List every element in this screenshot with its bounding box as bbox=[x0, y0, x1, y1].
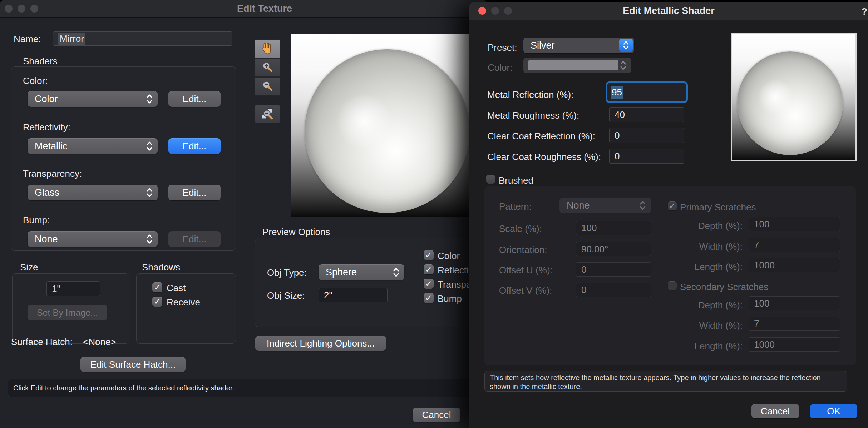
metal-reflection-input[interactable]: 95 bbox=[606, 81, 688, 103]
zoom-fit-tool-button[interactable] bbox=[255, 105, 280, 123]
brushed-label: Brushed bbox=[499, 175, 533, 186]
preview-color-checkbox[interactable] bbox=[424, 250, 434, 260]
hand-tool-button[interactable] bbox=[255, 39, 280, 58]
zoom-in-tool-button[interactable] bbox=[255, 58, 280, 77]
offset-v-label: Offset V (%): bbox=[499, 285, 552, 296]
titlebar[interactable]: Edit Texture bbox=[0, 0, 487, 18]
chevron-up-down-icon bbox=[391, 266, 401, 278]
secondary-width-label: Width (%): bbox=[660, 320, 743, 331]
edit-color-button[interactable]: Edit... bbox=[168, 91, 221, 107]
zoom-out-icon bbox=[261, 80, 274, 93]
cancel-button[interactable]: Cancel bbox=[751, 404, 799, 418]
receive-checkbox[interactable] bbox=[152, 297, 162, 307]
help-icon[interactable]: ? bbox=[862, 6, 867, 17]
preview-bump-checkbox[interactable] bbox=[424, 293, 434, 303]
offset-v-input[interactable]: 0 bbox=[576, 283, 651, 297]
metal-roughness-input[interactable]: 40 bbox=[609, 107, 684, 122]
stepper-pill bbox=[619, 39, 633, 52]
secondary-scratches-checkbox[interactable] bbox=[668, 281, 677, 290]
scale-label: Scale (%): bbox=[499, 223, 542, 234]
clear-coat-reflection-label: Clear Coat Reflection (%): bbox=[487, 131, 595, 142]
secondary-length-input[interactable]: 1000 bbox=[749, 337, 840, 352]
close-button[interactable] bbox=[478, 7, 486, 15]
secondary-width-input[interactable]: 7 bbox=[749, 317, 840, 331]
preview-transparency-checkbox[interactable] bbox=[424, 279, 434, 289]
edit-surface-hatch-button[interactable]: Edit Surface Hatch... bbox=[80, 357, 186, 372]
window-title: Edit Metallic Shader bbox=[469, 2, 868, 20]
obj-type-dropdown[interactable]: Sphere bbox=[319, 264, 404, 280]
name-label: Name: bbox=[14, 34, 41, 45]
preview-sphere bbox=[737, 51, 843, 155]
primary-length-input[interactable]: 1000 bbox=[749, 258, 840, 272]
ok-button[interactable]: OK bbox=[810, 404, 857, 418]
shader-preview bbox=[731, 33, 857, 161]
scale-input[interactable]: 100 bbox=[576, 221, 651, 235]
clear-coat-reflection-input[interactable]: 0 bbox=[609, 128, 684, 143]
preview-reflection-checkbox[interactable] bbox=[424, 264, 434, 274]
primary-width-input[interactable]: 7 bbox=[749, 238, 840, 252]
obj-type-value: Sphere bbox=[319, 267, 391, 278]
bump-shader-dropdown[interactable]: None bbox=[28, 231, 158, 247]
edit-reflectivity-button[interactable]: Edit... bbox=[168, 138, 221, 154]
color-shader-dropdown[interactable]: Color bbox=[28, 91, 158, 107]
metal-roughness-label: Metal Roughness (%): bbox=[487, 110, 579, 121]
size-input[interactable]: 1" bbox=[46, 281, 100, 296]
status-bar: Click Edit to change the parameters of t… bbox=[8, 379, 479, 397]
chevron-up-down-icon bbox=[638, 199, 647, 211]
orientation-label: Orientation: bbox=[499, 244, 547, 255]
set-by-image-button[interactable]: Set By Image... bbox=[28, 305, 107, 320]
shadows-groupbox bbox=[136, 273, 236, 344]
chevron-up-down-icon bbox=[145, 186, 154, 199]
pattern-value: None bbox=[559, 200, 638, 211]
reflectivity-shader-dropdown[interactable]: Metallic bbox=[28, 138, 158, 154]
color-label: Color: bbox=[488, 62, 512, 73]
preview-sphere bbox=[305, 49, 470, 213]
name-value: Mirror bbox=[58, 33, 85, 45]
preset-value: Silver bbox=[523, 40, 619, 51]
surface-hatch-label: Surface Hatch: bbox=[11, 337, 73, 348]
transparency-shader-label: Transparency: bbox=[23, 168, 82, 179]
secondary-depth-input[interactable]: 100 bbox=[749, 296, 840, 310]
color-well-dropdown[interactable] bbox=[523, 58, 631, 73]
secondary-depth-label: Depth (%): bbox=[660, 300, 743, 311]
minimize-button[interactable] bbox=[491, 7, 499, 15]
transparency-shader-dropdown[interactable]: Glass bbox=[28, 185, 158, 200]
offset-u-input[interactable]: 0 bbox=[576, 262, 651, 277]
preset-dropdown[interactable]: Silver bbox=[523, 38, 634, 53]
obj-size-label: Obj Size: bbox=[267, 290, 305, 301]
edit-transparency-button[interactable]: Edit... bbox=[168, 185, 221, 200]
primary-width-label: Width (%): bbox=[660, 241, 743, 252]
clear-coat-roughness-input[interactable]: 0 bbox=[609, 149, 684, 164]
name-input[interactable]: Mirror bbox=[53, 31, 232, 46]
zoom-button[interactable] bbox=[30, 5, 38, 13]
close-button[interactable] bbox=[5, 5, 13, 13]
zoom-out-tool-button[interactable] bbox=[255, 77, 280, 96]
indirect-lighting-options-button[interactable]: Indirect Lighting Options... bbox=[255, 336, 386, 351]
primary-depth-input[interactable]: 100 bbox=[749, 217, 840, 231]
primary-length-label: Length (%): bbox=[660, 262, 743, 273]
titlebar[interactable]: Edit Metallic Shader ? bbox=[469, 2, 868, 20]
primary-depth-label: Depth (%): bbox=[660, 220, 743, 232]
size-section-label: Size bbox=[20, 262, 38, 273]
minimize-button[interactable] bbox=[18, 5, 25, 13]
receive-label: Receive bbox=[167, 297, 200, 308]
orientation-input[interactable]: 90.00° bbox=[576, 242, 651, 256]
cancel-button-left[interactable]: Cancel bbox=[413, 408, 460, 422]
shadows-section-label: Shadows bbox=[142, 262, 180, 273]
window-title: Edit Texture bbox=[0, 0, 487, 17]
metal-reflection-label: Metal Reflection (%): bbox=[487, 89, 573, 100]
cast-checkbox[interactable] bbox=[152, 282, 162, 292]
zoom-button[interactable] bbox=[504, 7, 512, 15]
brushed-checkbox[interactable] bbox=[486, 175, 495, 184]
pattern-dropdown[interactable]: None bbox=[559, 198, 651, 213]
obj-size-input[interactable]: 2" bbox=[319, 288, 388, 302]
clear-coat-roughness-label: Clear Coat Roughness (%): bbox=[487, 151, 601, 163]
color-shader-label: Color: bbox=[23, 75, 48, 86]
metal-reflection-value: 95 bbox=[611, 86, 623, 99]
chevron-up-down-icon bbox=[618, 59, 628, 71]
zoom-fit-icon bbox=[260, 107, 275, 121]
pattern-label: Pattern: bbox=[499, 201, 532, 212]
primary-scratches-checkbox[interactable] bbox=[668, 201, 677, 210]
edit-bump-button[interactable]: Edit... bbox=[168, 231, 221, 247]
chevron-up-down-icon bbox=[145, 93, 154, 105]
